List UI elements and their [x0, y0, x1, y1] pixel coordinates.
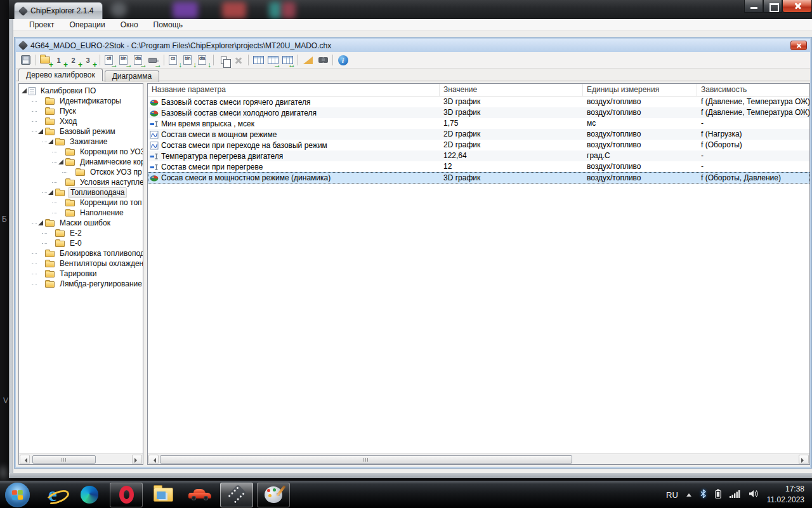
taskbar-chipexplorer[interactable]	[220, 483, 253, 507]
window-titlebar[interactable]: ChipExplorer 2.1.4	[9, 0, 812, 19]
export-ofi-button[interactable]: ofi→	[103, 53, 117, 67]
measure-button[interactable]	[301, 53, 315, 67]
tree-expander-icon[interactable]	[38, 129, 43, 134]
clock[interactable]: 17:38 11.02.2023	[767, 484, 804, 506]
column-header-3[interactable]: Зависимость	[697, 84, 809, 96]
add-slot-1-button[interactable]: 1+	[53, 53, 68, 67]
tree-item-18[interactable]: Тарировки	[19, 269, 143, 279]
tree-expander-icon[interactable]	[48, 139, 53, 144]
scroll-right-arrow[interactable]	[132, 455, 142, 464]
tab-0[interactable]: Дерево калибровок	[18, 69, 103, 81]
import-bin-button[interactable]: bin↓	[181, 53, 196, 67]
table-row-1[interactable]: Базовый состав смеси холодного двигателя…	[148, 107, 809, 118]
document-close-button[interactable]	[790, 41, 807, 50]
folder-icon	[45, 220, 55, 227]
compare-button[interactable]	[216, 53, 231, 67]
scroll-left-arrow[interactable]	[20, 455, 30, 464]
bluetooth-icon[interactable]	[700, 489, 707, 500]
scroll-left-arrow[interactable]	[148, 455, 159, 464]
tree-item-0[interactable]: Калибровки ПО	[19, 86, 143, 96]
export-bin-button[interactable]: bin→	[117, 53, 132, 67]
tree-item-1[interactable]: Идентификаторы	[19, 96, 143, 106]
add-slot-3-button[interactable]: 3+	[82, 53, 97, 67]
tree-item-6[interactable]: Коррекции по УОЗ	[19, 147, 143, 157]
param-name-cell: Мин время впрыска , мсек	[148, 118, 440, 129]
table-button[interactable]	[251, 53, 266, 67]
tree-expander-icon[interactable]	[58, 159, 63, 164]
tree-item-5[interactable]: Зажигание	[19, 137, 143, 147]
tree-item-4[interactable]: Базовый режим	[19, 126, 143, 137]
network-signal-icon[interactable]	[730, 490, 740, 500]
table-row-3[interactable]: Состав смеси в мощном режиме2D графиквоз…	[148, 129, 809, 140]
column-header-1[interactable]: Значение	[440, 84, 583, 96]
scroll-right-arrow[interactable]	[799, 455, 809, 464]
table-row-0[interactable]: Базовый состав смеси горячего двигателя3…	[148, 97, 809, 107]
tree-item-label: Калибровки ПО	[39, 86, 98, 96]
save-button[interactable]	[18, 53, 33, 67]
tree-item-19[interactable]: Лямбда-регулирование	[19, 279, 143, 289]
merge-button[interactable]	[231, 53, 246, 67]
table-row-7[interactable]: Сосав смеси в мощностном режиме (динамик…	[148, 172, 809, 184]
param-value-cell: 12	[440, 161, 583, 172]
language-indicator[interactable]: RU	[666, 490, 678, 500]
tree-item-11[interactable]: Коррекции по топ	[19, 197, 143, 208]
menu-item-3[interactable]: Помощь	[146, 20, 190, 30]
tree-expander-icon[interactable]	[38, 220, 43, 225]
search-button[interactable]	[315, 53, 330, 67]
open-project-button[interactable]: +	[39, 53, 53, 67]
tree-item-9[interactable]: Условия наступле	[19, 177, 143, 187]
tree-expander-icon[interactable]	[22, 88, 27, 93]
tree-horizontal-scrollbar[interactable]	[19, 453, 143, 464]
tree-item-13[interactable]: Маски ошибок	[19, 218, 143, 228]
table-row-4[interactable]: Состав смеси при переходе на базовый реж…	[148, 140, 809, 150]
tree-item-14[interactable]: Е-2	[19, 228, 143, 238]
import-cs-button[interactable]: cs↓	[167, 53, 181, 67]
close-button[interactable]	[782, 0, 812, 13]
tree-item-8[interactable]: Отскок УОЗ пр	[19, 167, 143, 177]
start-button[interactable]	[5, 483, 30, 507]
window-title-tab[interactable]: ChipExplorer 2.1.4	[14, 2, 103, 19]
table-row-2[interactable]: Мин время впрыска , мсек1,75мс-	[148, 118, 809, 129]
tree-item-10[interactable]: Топливоподача	[19, 187, 143, 197]
menu-item-0[interactable]: Проект	[22, 20, 62, 30]
table-row-5[interactable]: Температура перегрева двигателя122,64гра…	[148, 150, 809, 161]
tab-1[interactable]: Диаграмма	[105, 70, 159, 82]
taskbar-edge[interactable]	[73, 483, 106, 507]
column-header-2[interactable]: Единицы измерения	[583, 84, 697, 96]
table-export-button[interactable]: →	[266, 53, 280, 67]
table-sync-button[interactable]: ↔	[280, 53, 295, 67]
table-row-6[interactable]: Состав смеси при перегреве12воздух/топли…	[148, 161, 809, 172]
hidden-icons-arrow[interactable]	[686, 493, 691, 497]
tree-item-17[interactable]: Вентиляторы охлаждени	[19, 258, 143, 269]
internet-explorer-icon: e	[48, 485, 57, 504]
tree-item-3[interactable]: Хход	[19, 116, 143, 126]
export-dta-button[interactable]: dta→	[132, 53, 147, 67]
tree-expander-icon[interactable]	[48, 190, 53, 195]
column-header-0[interactable]: Название параметра	[148, 84, 440, 96]
menu-item-2[interactable]: Окно	[113, 20, 146, 30]
add-slot-2-button[interactable]: 2+	[68, 53, 82, 67]
taskbar-file-explorer[interactable]	[147, 483, 180, 507]
tree-item-16[interactable]: Блокировка топливопода	[19, 248, 143, 258]
export-device-button[interactable]: →	[147, 53, 161, 67]
tree-item-15[interactable]: Е-0	[19, 238, 143, 248]
tree-item-2[interactable]: Пуск	[19, 106, 143, 116]
taskbar-paint[interactable]	[257, 483, 290, 507]
import-dta-button[interactable]: dta↓	[196, 53, 211, 67]
taskbar-internet-explorer[interactable]: e	[36, 483, 69, 507]
maximize-button[interactable]	[763, 0, 782, 13]
param-dependency-cell: f (Нагрузка)	[697, 129, 809, 140]
minimize-button[interactable]	[744, 0, 763, 13]
tree-item-7[interactable]: Динамические кор	[19, 157, 143, 167]
taskbar-car-app[interactable]	[183, 483, 216, 507]
volume-icon[interactable]	[749, 490, 759, 500]
menu-item-1[interactable]: Операции	[62, 20, 113, 30]
scroll-thumb[interactable]	[160, 455, 572, 464]
scroll-thumb[interactable]	[32, 455, 96, 464]
table-horizontal-scrollbar[interactable]	[148, 453, 809, 464]
tree-item-12[interactable]: Наполнение	[19, 208, 143, 218]
taskbar-opera[interactable]	[110, 483, 143, 507]
battery-icon[interactable]	[715, 489, 721, 500]
document-titlebar[interactable]: 4G64_MADO_EURO-2Stok - C:\Program Files\…	[16, 39, 810, 52]
about-button[interactable]: i	[336, 53, 350, 67]
